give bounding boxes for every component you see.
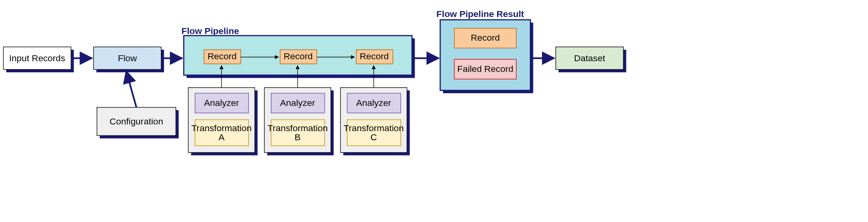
flow-pipeline-title: Flow Pipeline xyxy=(181,26,239,36)
failed-record-label: Failed Record xyxy=(457,64,513,74)
analyzer-label-0: Analyzer xyxy=(204,98,239,108)
record-box-1: Record xyxy=(280,50,317,64)
flow-pipeline-result-box: Flow Pipeline Result Record Failed Recor… xyxy=(436,9,533,93)
stage-box-0: Analyzer TransformationA xyxy=(188,88,258,156)
input-records-box: Input Records xyxy=(4,47,74,72)
record-label-0: Record xyxy=(208,51,237,61)
configuration-box: Configuration xyxy=(97,107,179,139)
dataset-label: Dataset xyxy=(574,53,605,63)
arrow-config-to-flow xyxy=(126,71,136,107)
result-record-label: Record xyxy=(471,32,500,43)
record-box-0: Record xyxy=(204,50,241,64)
configuration-label: Configuration xyxy=(110,116,163,126)
flow-box: Flow xyxy=(93,47,164,72)
analyzer-label-2: Analyzer xyxy=(356,98,391,108)
flow-pipeline-result-title: Flow Pipeline Result xyxy=(436,9,524,19)
flow-label: Flow xyxy=(118,53,137,63)
record-label-1: Record xyxy=(284,51,313,61)
stage-box-2: Analyzer TransformationC xyxy=(341,88,410,156)
record-box-2: Record xyxy=(356,50,393,64)
record-label-2: Record xyxy=(360,51,389,61)
input-records-label: Input Records xyxy=(9,53,65,63)
stage-box-1: Analyzer TransformationB xyxy=(264,88,334,156)
dataset-box: Dataset xyxy=(556,47,626,72)
analyzer-label-1: Analyzer xyxy=(280,98,315,108)
